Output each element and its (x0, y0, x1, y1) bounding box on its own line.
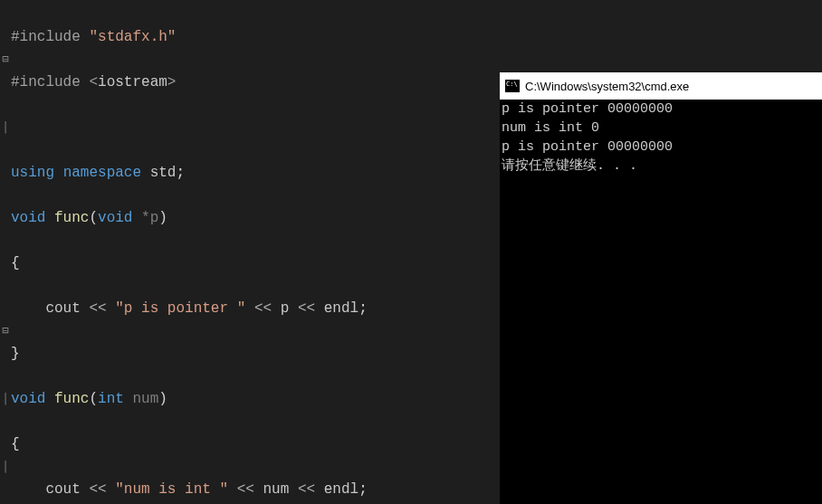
keyword: void (11, 210, 45, 226)
semicolon: ; (358, 481, 368, 498)
fold-bar: │ (0, 456, 11, 479)
code-line[interactable]: { (11, 433, 368, 456)
fold-bar: │ (0, 117, 11, 139)
console-titlebar[interactable]: C:\Windows\system32\cmd.exe (500, 72, 822, 100)
console-line: 请按任意键继续. . . (502, 158, 637, 174)
header-name: iostream (98, 74, 167, 90)
lbrace: { (11, 255, 20, 271)
console-line: num is int 0 (502, 120, 599, 136)
function-name: func (54, 391, 89, 407)
keyword: void (11, 391, 45, 407)
semicolon: ; (176, 165, 185, 181)
console-line: p is pointer 00000000 (502, 139, 673, 155)
console-window[interactable]: C:\Windows\system32\cmd.exe p is pointer… (500, 72, 822, 504)
function-name: func (54, 210, 89, 226)
code-line[interactable] (11, 117, 368, 139)
cmd-icon (505, 80, 520, 92)
rparen: ) (158, 210, 167, 226)
fold-gutter: ⊟ │ ⊟ │ │ │ ⊟ │ │ │ ⊟ │ │ │ │ │ │ │ │ (0, 4, 11, 504)
code-area[interactable]: #include "stdafx.h" #include <iostream> … (11, 4, 368, 504)
operator: << (89, 300, 106, 317)
identifier: cout (45, 300, 80, 317)
keyword: int (98, 391, 124, 407)
preproc: #include (11, 74, 81, 90)
operator: << (254, 300, 272, 317)
semicolon: ; (358, 300, 368, 317)
code-line[interactable]: void func(int num) (11, 388, 368, 411)
identifier: endl (324, 300, 358, 317)
string-literal: "stdafx.h" (89, 29, 176, 45)
operator: << (298, 300, 315, 317)
fold-icon[interactable]: ⊟ (0, 49, 11, 71)
lparen: ( (89, 391, 98, 407)
angle-lt: < (89, 74, 98, 90)
preproc: #include (11, 29, 81, 45)
identifier: endl (324, 481, 358, 498)
identifier: cout (45, 481, 80, 498)
string-literal: "num is int " (115, 481, 228, 498)
code-line[interactable]: cout << "p is pointer " << p << endl; (11, 298, 368, 320)
string-literal: "p is pointer " (115, 300, 245, 317)
code-line[interactable]: #include <iostream> (11, 71, 368, 94)
identifier: num (263, 481, 289, 498)
fold-bar (0, 185, 11, 207)
fold-bar: │ (0, 388, 11, 411)
param: num (132, 391, 158, 407)
fold-icon[interactable]: ⊟ (0, 320, 11, 343)
keyword: using (11, 165, 54, 181)
console-output[interactable]: p is pointer 00000000 num is int 0 p is … (500, 100, 822, 504)
angle-gt: > (167, 74, 177, 90)
rbrace: } (11, 346, 20, 362)
rparen: ) (158, 391, 167, 407)
code-editor[interactable]: ⊟ │ ⊟ │ │ │ ⊟ │ │ │ ⊟ │ │ │ │ │ │ │ │ #i… (0, 0, 500, 504)
param: *p (141, 210, 158, 226)
identifier: p (281, 300, 290, 317)
operator: << (298, 481, 315, 498)
fold-bar (0, 252, 11, 275)
code-line[interactable]: #include "stdafx.h" (11, 26, 368, 49)
code-line[interactable]: } (11, 343, 368, 366)
code-line[interactable]: void func(void *p) (11, 207, 368, 230)
code-line[interactable]: { (11, 252, 368, 275)
lbrace: { (11, 436, 20, 452)
code-line[interactable]: using namespace std; (11, 162, 368, 185)
code-line[interactable]: cout << "num is int " << num << endl; (11, 479, 368, 501)
operator: << (237, 481, 254, 498)
lparen: ( (89, 210, 98, 226)
keyword: void (98, 210, 132, 226)
operator: << (89, 481, 106, 498)
console-line: p is pointer 00000000 (502, 101, 673, 117)
keyword: namespace (63, 165, 141, 181)
console-title-text: C:\Windows\system32\cmd.exe (525, 80, 689, 93)
namespace: std (150, 165, 177, 181)
